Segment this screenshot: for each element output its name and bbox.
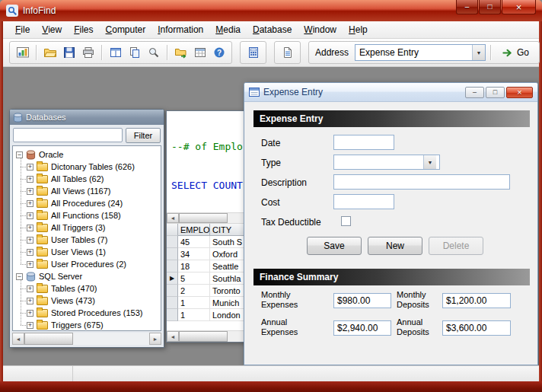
- row-selector[interactable]: [167, 297, 178, 309]
- help-button[interactable]: ?: [210, 44, 228, 62]
- address-combobox[interactable]: Expense Entry ▼: [355, 44, 486, 61]
- tree-item[interactable]: + All Tables (62): [13, 173, 161, 185]
- scroll-right-button[interactable]: ►: [149, 333, 161, 345]
- tree-item[interactable]: + All Procedures (24): [13, 197, 161, 209]
- expand-icon[interactable]: +: [27, 322, 33, 329]
- databases-title-bar[interactable]: Databases: [10, 110, 164, 125]
- row-selector[interactable]: [167, 236, 178, 248]
- folder-go-button[interactable]: [172, 44, 190, 62]
- menu-view[interactable]: View: [36, 22, 68, 37]
- grid-cell[interactable]: 34: [178, 248, 210, 260]
- go-button[interactable]: Go: [496, 43, 535, 62]
- tree-item[interactable]: + All Triggers (3): [13, 221, 161, 234]
- search-button[interactable]: [145, 44, 162, 62]
- table-view-button[interactable]: [191, 44, 209, 62]
- row-selector[interactable]: [167, 285, 178, 297]
- expand-icon[interactable]: +: [27, 310, 33, 317]
- row-selector[interactable]: [167, 309, 178, 321]
- tree-item[interactable]: + All Views (1167): [13, 185, 161, 197]
- grid-cell[interactable]: 5: [178, 272, 210, 285]
- scroll-left-button[interactable]: ◄: [12, 333, 24, 345]
- expand-icon[interactable]: +: [27, 188, 33, 195]
- row-selector[interactable]: [167, 248, 178, 260]
- tax-deductible-checkbox[interactable]: [341, 216, 351, 226]
- expand-icon[interactable]: +: [27, 225, 33, 231]
- column-header-emplo[interactable]: EMPLO: [178, 224, 210, 236]
- expand-icon[interactable]: +: [27, 164, 33, 171]
- menu-window[interactable]: Window: [298, 22, 343, 37]
- menu-file[interactable]: File: [9, 22, 36, 37]
- annual-deposits-field[interactable]: $3,600.00: [442, 320, 511, 336]
- scroll-left-button[interactable]: ◄: [167, 213, 179, 223]
- expand-icon[interactable]: +: [27, 237, 33, 244]
- expand-icon[interactable]: +: [27, 285, 33, 292]
- new-button[interactable]: New: [368, 237, 422, 255]
- maximize-button[interactable]: □: [486, 87, 505, 98]
- type-combobox[interactable]: ▼: [333, 155, 440, 170]
- save-button[interactable]: Save: [307, 237, 362, 255]
- chevron-down-icon[interactable]: ▼: [423, 155, 436, 169]
- expand-icon[interactable]: +: [27, 176, 33, 183]
- tree-item[interactable]: + User Procedures (2): [13, 258, 161, 270]
- tree-item[interactable]: + Tables (470): [13, 282, 161, 295]
- grid-cell[interactable]: 1: [178, 297, 210, 309]
- tree-item[interactable]: + Triggers (675): [13, 319, 161, 331]
- date-field[interactable]: [333, 135, 394, 150]
- menu-help[interactable]: Help: [343, 22, 374, 37]
- monthly-deposits-field[interactable]: $1,200.00: [442, 293, 511, 308]
- close-button[interactable]: ×: [502, 0, 536, 14]
- scrollbar-thumb[interactable]: [24, 333, 73, 345]
- calculator-button[interactable]: [244, 44, 262, 62]
- expand-icon[interactable]: +: [27, 200, 33, 207]
- chart-button[interactable]: [14, 44, 31, 62]
- grid-cell[interactable]: 18: [178, 260, 210, 272]
- tree-item[interactable]: + Dictonary Tables (626): [13, 161, 161, 173]
- copy-button[interactable]: [126, 44, 143, 62]
- chevron-down-icon[interactable]: ▼: [472, 45, 485, 60]
- tree-item[interactable]: + User Tables (7): [13, 234, 161, 246]
- tree-item[interactable]: + User Views (1): [13, 246, 161, 258]
- scrollbar-thumb[interactable]: [179, 331, 228, 342]
- document-button[interactable]: [279, 44, 296, 62]
- tree-item[interactable]: + Views (473): [13, 295, 161, 307]
- maximize-button[interactable]: □: [479, 0, 501, 14]
- annual-expenses-field[interactable]: $2,940.00: [333, 320, 391, 336]
- collapse-icon[interactable]: −: [16, 273, 23, 280]
- monthly-expenses-field[interactable]: $980.00: [333, 293, 391, 308]
- filter-input[interactable]: [13, 128, 123, 142]
- menu-files[interactable]: Files: [68, 22, 99, 37]
- open-button[interactable]: [41, 44, 59, 62]
- minimize-button[interactable]: –: [465, 87, 484, 98]
- tree-item-oracle[interactable]: − Oracle: [13, 148, 161, 161]
- cost-field[interactable]: [333, 194, 394, 209]
- expand-icon[interactable]: +: [27, 261, 33, 268]
- close-button[interactable]: ×: [506, 87, 533, 98]
- row-selector-arrow-icon[interactable]: ▶: [167, 272, 178, 285]
- title-bar[interactable]: InfoFind – □ ×: [0, 0, 542, 21]
- grid-cell[interactable]: 1: [178, 309, 210, 321]
- row-selector[interactable]: [167, 260, 178, 272]
- print-button[interactable]: [79, 44, 97, 62]
- description-field[interactable]: [333, 174, 510, 190]
- collapse-icon[interactable]: −: [16, 151, 23, 158]
- menu-information[interactable]: Information: [151, 22, 209, 37]
- scroll-left-button[interactable]: ◄: [167, 331, 179, 342]
- expand-icon[interactable]: +: [27, 212, 33, 219]
- filter-button[interactable]: Filter: [126, 128, 161, 143]
- minimize-button[interactable]: –: [456, 0, 478, 14]
- grid-cell[interactable]: 45: [178, 236, 210, 248]
- scrollbar-thumb[interactable]: [179, 213, 228, 223]
- menu-media[interactable]: Media: [209, 22, 247, 37]
- expand-icon[interactable]: +: [27, 249, 33, 256]
- expense-title-bar[interactable]: Expense Entry – □ ×: [244, 83, 537, 102]
- grid-cell[interactable]: 2: [178, 285, 210, 297]
- expand-icon[interactable]: +: [27, 298, 33, 304]
- split-view-button[interactable]: [107, 44, 124, 62]
- menu-computer[interactable]: Computer: [100, 22, 152, 37]
- tree-item[interactable]: + All Functions (158): [13, 209, 161, 221]
- scrollbar-track[interactable]: [73, 333, 149, 345]
- save-button[interactable]: [60, 44, 78, 62]
- tree-item-sqlserver[interactable]: − SQL Server: [13, 270, 161, 282]
- horizontal-scrollbar[interactable]: ◄ ►: [12, 333, 161, 345]
- menu-database[interactable]: Database: [247, 22, 298, 37]
